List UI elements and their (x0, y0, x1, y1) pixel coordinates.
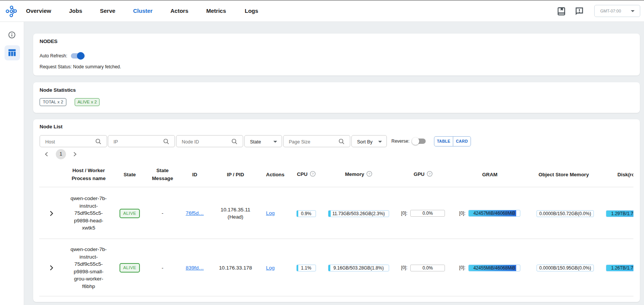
svg-text:?: ? (368, 172, 370, 176)
svg-text:?: ? (429, 172, 431, 176)
svg-text:?: ? (311, 172, 313, 176)
